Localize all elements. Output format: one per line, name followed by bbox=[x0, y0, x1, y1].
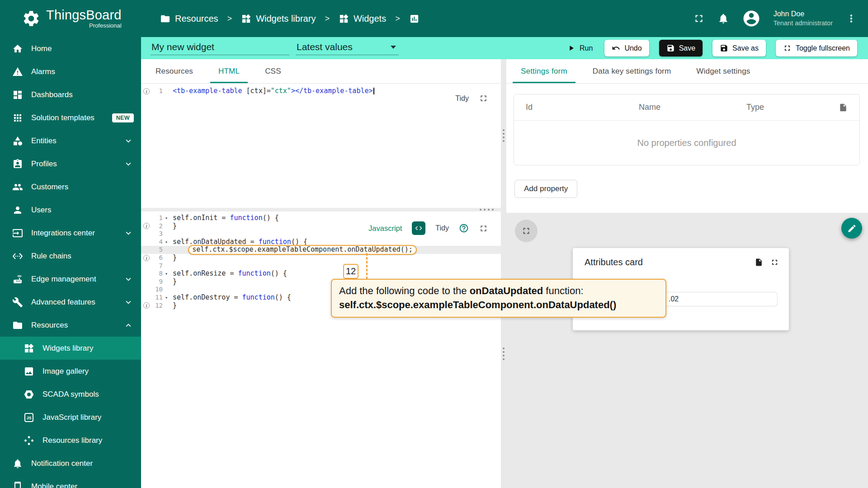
save-as-label: Save as bbox=[732, 44, 759, 52]
html-editor[interactable]: i1<tb-example-table [ctx]="ctx"></tb-exa… bbox=[141, 84, 501, 208]
sidebar-item-scada-symbols[interactable]: SCADA symbols bbox=[0, 383, 141, 406]
fold-arrow-icon[interactable]: ▾ bbox=[163, 270, 170, 278]
sidebar-item-dashboards[interactable]: Dashboards bbox=[0, 83, 141, 106]
code-text: } bbox=[170, 278, 177, 286]
sidebar-item-image-gallery[interactable]: Image gallery bbox=[0, 360, 141, 383]
image-icon bbox=[24, 366, 34, 377]
js-editor[interactable]: 1▾self.onInit = function() {i2}34▾self.o… bbox=[141, 211, 501, 488]
widgets-icon bbox=[24, 343, 34, 354]
expand-editor-icon[interactable] bbox=[479, 224, 488, 233]
breadcrumb-widgets[interactable]: Widgets bbox=[339, 14, 386, 24]
fold-arrow-icon[interactable]: ▾ bbox=[163, 238, 170, 246]
code-line-5[interactable]: 5 self.ctx.$scope.exampleTableComponent.… bbox=[141, 246, 501, 254]
tab-settings-form[interactable]: Settings form bbox=[508, 59, 580, 83]
line-number: 11 bbox=[152, 294, 163, 302]
tab-html[interactable]: HTML bbox=[206, 59, 252, 83]
phone-icon bbox=[12, 481, 23, 488]
fullscreen-icon[interactable] bbox=[693, 13, 705, 24]
code-line-1[interactable]: 1▾self.onInit = function() { bbox=[141, 214, 501, 222]
sidebar-item-users[interactable]: Users bbox=[0, 198, 141, 221]
code-line-7[interactable]: 7 bbox=[141, 262, 501, 270]
sidebar-item-widgets-library[interactable]: Widgets library bbox=[0, 337, 141, 360]
save-button[interactable]: Save bbox=[659, 40, 703, 56]
column-name: Name bbox=[639, 103, 746, 112]
tab-css[interactable]: CSS bbox=[252, 59, 294, 83]
tab-resources[interactable]: Resources bbox=[143, 59, 206, 83]
save-as-button[interactable]: Save as bbox=[712, 40, 766, 56]
kebab-menu-icon[interactable] bbox=[845, 13, 857, 24]
fold-arrow-icon[interactable]: ▾ bbox=[163, 294, 170, 302]
breadcrumb-widgets-library[interactable]: Widgets library bbox=[241, 14, 316, 24]
code-line-8[interactable]: 8▾self.onResize = function() { bbox=[141, 270, 501, 278]
sidebar-item-mobile-center[interactable]: Mobile center bbox=[0, 475, 141, 488]
sidebar-item-resources[interactable]: Resources bbox=[0, 314, 141, 337]
import-property-icon[interactable] bbox=[839, 103, 848, 112]
file-icon[interactable] bbox=[755, 258, 763, 267]
sidebar-item-customers[interactable]: Customers bbox=[0, 175, 141, 198]
tidy-button[interactable]: Tidy bbox=[435, 224, 449, 232]
js-icon bbox=[24, 412, 34, 423]
sidebar-item-label: Integrations center bbox=[31, 229, 95, 238]
tidy-button[interactable]: Tidy bbox=[455, 94, 469, 103]
widgets-icon bbox=[339, 14, 349, 24]
gutter: 4▾ bbox=[141, 238, 170, 246]
code-text: } bbox=[170, 302, 177, 310]
panel-divider[interactable] bbox=[501, 59, 506, 488]
avatar[interactable] bbox=[742, 9, 761, 28]
tutorial-callout: Add the following code to the onDataUpda… bbox=[331, 279, 666, 318]
sidebar-item-edge-management[interactable]: Edge management bbox=[0, 267, 141, 291]
tab-data-key-settings-form[interactable]: Data key settings form bbox=[580, 59, 684, 83]
sidebar-item-notification-center[interactable]: Notification center bbox=[0, 452, 141, 475]
add-property-button[interactable]: Add property bbox=[514, 180, 577, 198]
undo-icon bbox=[612, 44, 620, 52]
fold-arrow-icon[interactable]: ▾ bbox=[163, 214, 170, 222]
breadcrumb-resources[interactable]: Resources bbox=[160, 14, 218, 24]
sidebar-item-advanced-features[interactable]: Advanced features bbox=[0, 291, 141, 314]
code-line-1[interactable]: i1<tb-example-table [ctx]="ctx"></tb-exa… bbox=[141, 87, 501, 95]
sidebar-item-profiles[interactable]: Profiles bbox=[0, 152, 141, 175]
toggle-fullscreen-button[interactable]: Toggle fullscreen bbox=[776, 40, 857, 56]
line-number: 4 bbox=[152, 238, 163, 246]
code-line-6[interactable]: i6} bbox=[141, 254, 501, 262]
empty-properties-message: No properties configured bbox=[514, 121, 859, 165]
input-icon bbox=[12, 228, 23, 239]
fullscreen-icon[interactable] bbox=[770, 258, 779, 267]
sidebar-item-solution-templates[interactable]: Solution templates NEW bbox=[0, 106, 141, 129]
sidebar-item-javascript-library[interactable]: JavaScript library bbox=[0, 406, 141, 429]
undo-button[interactable]: Undo bbox=[604, 40, 649, 56]
gutter: i2 bbox=[141, 222, 170, 230]
widget-title-input[interactable]: My new widget bbox=[151, 41, 289, 55]
sidebar-item-label: Edge management bbox=[31, 275, 96, 284]
expand-editor-icon[interactable] bbox=[479, 94, 488, 103]
sidebar-item-rule-chains[interactable]: Rule chains bbox=[0, 244, 141, 267]
divider-handle[interactable] bbox=[503, 129, 505, 142]
line-number: 1 bbox=[152, 87, 163, 95]
sidebar-item-entities[interactable]: Entities bbox=[0, 129, 141, 152]
divider-handle[interactable] bbox=[503, 347, 505, 360]
tab-widget-settings[interactable]: Widget settings bbox=[684, 59, 763, 83]
sidebar-item-alarms[interactable]: Alarms bbox=[0, 60, 141, 83]
widget-type-select[interactable]: Latest values bbox=[296, 41, 399, 55]
help-icon[interactable] bbox=[459, 223, 469, 233]
settings-tabs: Settings form Data key settings form Wid… bbox=[506, 59, 868, 84]
sidebar: Home Alarms Dashboards Solution template… bbox=[0, 37, 141, 488]
run-label: Run bbox=[580, 44, 593, 52]
info-annotation-icon: i bbox=[143, 88, 150, 94]
sidebar-item-integrations-center[interactable]: Integrations center bbox=[0, 221, 141, 244]
user-block[interactable]: John Doe Tenant administrator bbox=[774, 9, 833, 28]
sidebar-item-label: Home bbox=[31, 44, 52, 53]
edit-widget-fab[interactable] bbox=[841, 218, 862, 239]
preview-fullscreen-button[interactable] bbox=[515, 220, 538, 242]
code-settings-button[interactable] bbox=[412, 221, 425, 235]
editor-splitter[interactable] bbox=[141, 208, 501, 211]
save-label: Save bbox=[679, 44, 695, 52]
tutorial-connector-line bbox=[366, 253, 368, 279]
sidebar-item-resources-library[interactable]: Resources library bbox=[0, 429, 141, 452]
javascript-mode-chip[interactable]: Javascript bbox=[368, 224, 402, 233]
html-editor-controls: Tidy bbox=[455, 94, 488, 103]
thingsboard-logo[interactable]: ThingsBoard Professional bbox=[0, 8, 141, 28]
sidebar-item-home[interactable]: Home bbox=[0, 37, 141, 60]
notifications-bell-icon[interactable] bbox=[717, 13, 729, 24]
run-button[interactable]: Run bbox=[565, 40, 594, 56]
breadcrumb-current-widget[interactable] bbox=[409, 14, 420, 24]
